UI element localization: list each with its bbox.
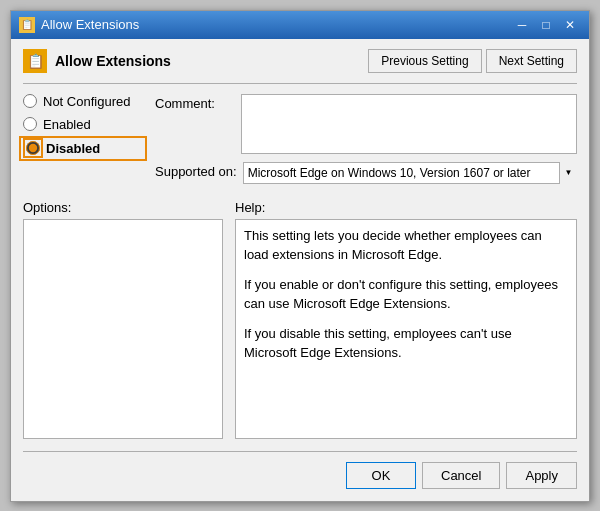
supported-on-label: Supported on: [155, 162, 237, 179]
header-left: 📋 Allow Extensions [23, 49, 171, 73]
comment-row: Comment: [155, 94, 577, 154]
window-title: Allow Extensions [41, 17, 139, 32]
radio-enabled-label: Enabled [43, 117, 91, 132]
help-paragraph-1: This setting lets you decide whether emp… [244, 226, 568, 265]
radio-disabled[interactable]: Disabled [23, 140, 143, 157]
footer: OK Cancel Apply [23, 451, 577, 489]
radio-disabled-input[interactable] [26, 141, 40, 155]
previous-setting-button[interactable]: Previous Setting [368, 49, 481, 73]
radio-not-configured-input[interactable] [23, 94, 37, 108]
maximize-button[interactable]: □ [535, 16, 557, 34]
next-setting-button[interactable]: Next Setting [486, 49, 577, 73]
comment-textarea[interactable] [241, 94, 577, 154]
header-divider [23, 83, 577, 84]
supported-on-select[interactable]: Microsoft Edge on Windows 10, Version 16… [243, 162, 577, 184]
options-help-section: Options: Help: This setting lets you dec… [23, 200, 577, 439]
radio-not-configured[interactable]: Not Configured [23, 94, 143, 109]
help-label: Help: [235, 200, 577, 215]
window-icon: 📋 [19, 17, 35, 33]
help-paragraph-2: If you enable or don't configure this se… [244, 275, 568, 314]
radio-group: Not Configured Enabled Disabled [23, 94, 143, 157]
right-panel: Comment: Supported on: Microsoft Edge on… [155, 94, 577, 192]
header-title: Allow Extensions [55, 53, 171, 69]
radio-disabled-label: Disabled [46, 141, 100, 156]
help-box: This setting lets you decide whether emp… [235, 219, 577, 439]
apply-button[interactable]: Apply [506, 462, 577, 489]
ok-button[interactable]: OK [346, 462, 416, 489]
options-panel: Options: [23, 200, 223, 439]
radio-not-configured-label: Not Configured [43, 94, 130, 109]
cancel-button[interactable]: Cancel [422, 462, 500, 489]
main-window: 📋 Allow Extensions ─ □ ✕ 📋 Allow Extensi… [10, 10, 590, 502]
title-bar: 📋 Allow Extensions ─ □ ✕ [11, 11, 589, 39]
radio-enabled-input[interactable] [23, 117, 37, 131]
supported-on-wrapper: Microsoft Edge on Windows 10, Version 16… [243, 162, 577, 184]
title-bar-buttons: ─ □ ✕ [511, 16, 581, 34]
help-panel: Help: This setting lets you decide wheth… [235, 200, 577, 439]
header-buttons: Previous Setting Next Setting [368, 49, 577, 73]
main-section: Not Configured Enabled Disabled Comment: [23, 94, 577, 192]
minimize-button[interactable]: ─ [511, 16, 533, 34]
supported-on-row: Supported on: Microsoft Edge on Windows … [155, 162, 577, 184]
radio-enabled[interactable]: Enabled [23, 117, 143, 132]
title-bar-left: 📋 Allow Extensions [19, 17, 139, 33]
help-paragraph-3: If you disable this setting, employees c… [244, 324, 568, 363]
left-panel: Not Configured Enabled Disabled [23, 94, 143, 192]
header-section: 📋 Allow Extensions Previous Setting Next… [23, 49, 577, 73]
options-label: Options: [23, 200, 223, 215]
close-button[interactable]: ✕ [559, 16, 581, 34]
header-icon: 📋 [23, 49, 47, 73]
options-box [23, 219, 223, 439]
comment-label: Comment: [155, 94, 235, 111]
window-content: 📋 Allow Extensions Previous Setting Next… [11, 39, 589, 501]
